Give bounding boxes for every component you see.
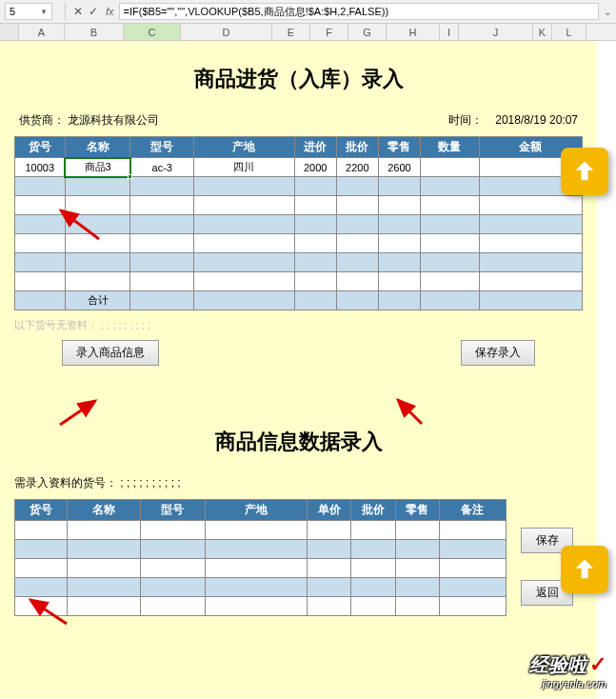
table-cell[interactable]: 2600	[378, 158, 420, 177]
table-cell[interactable]	[193, 234, 294, 253]
table-cell[interactable]	[193, 291, 294, 310]
table-row[interactable]	[15, 196, 583, 215]
table-cell[interactable]	[205, 597, 308, 616]
table-cell[interactable]	[351, 578, 395, 597]
fx-icon[interactable]: fx	[106, 6, 114, 17]
table-cell[interactable]	[294, 272, 336, 291]
table-cell[interactable]	[67, 559, 140, 578]
table-row[interactable]: 合计	[15, 291, 583, 310]
table-cell[interactable]	[420, 234, 479, 253]
cancel-icon[interactable]: ✕	[73, 5, 83, 18]
table-cell[interactable]	[15, 177, 66, 196]
table-cell[interactable]	[140, 540, 205, 559]
table-cell[interactable]	[479, 215, 582, 234]
table-cell[interactable]	[336, 215, 378, 234]
table-cell[interactable]	[378, 234, 420, 253]
table-cell[interactable]: 2200	[336, 158, 378, 177]
table-cell[interactable]	[205, 578, 308, 597]
table-cell[interactable]	[308, 578, 351, 597]
upload-button-1[interactable]	[561, 148, 608, 195]
table-cell[interactable]	[140, 578, 205, 597]
column-header[interactable]: K	[533, 24, 552, 40]
column-header[interactable]: G	[348, 24, 387, 40]
table-cell[interactable]	[420, 158, 479, 177]
table-row[interactable]	[15, 559, 507, 578]
table-cell[interactable]	[65, 253, 129, 272]
table-cell[interactable]	[193, 272, 294, 291]
table-cell[interactable]	[67, 540, 140, 559]
table-cell[interactable]	[336, 253, 378, 272]
table-cell[interactable]	[351, 521, 395, 540]
table-cell[interactable]	[439, 540, 506, 559]
table-cell[interactable]	[420, 177, 479, 196]
table-cell[interactable]	[351, 540, 395, 559]
table-cell[interactable]	[193, 215, 294, 234]
table-cell[interactable]	[479, 291, 582, 310]
table-row[interactable]	[15, 215, 583, 234]
upload-button-2[interactable]	[561, 546, 608, 593]
table-cell[interactable]	[308, 597, 351, 616]
table-cell[interactable]	[336, 196, 378, 215]
table-cell[interactable]	[479, 234, 582, 253]
table-row[interactable]	[15, 272, 583, 291]
table-cell[interactable]	[130, 177, 193, 196]
table-cell[interactable]	[130, 253, 193, 272]
table-cell[interactable]	[193, 196, 294, 215]
table-cell[interactable]	[395, 559, 439, 578]
table-cell[interactable]	[65, 215, 129, 234]
column-header[interactable]: J	[459, 24, 533, 40]
table-cell[interactable]	[351, 597, 395, 616]
select-all-corner[interactable]	[0, 24, 19, 40]
table-cell[interactable]	[378, 291, 420, 310]
table-cell[interactable]	[15, 578, 68, 597]
name-box-dropdown[interactable]: ▼	[40, 8, 48, 16]
table-cell[interactable]	[378, 272, 420, 291]
table-cell[interactable]	[15, 291, 66, 310]
table-cell[interactable]	[15, 559, 68, 578]
table-cell[interactable]	[420, 253, 479, 272]
table-cell[interactable]	[378, 215, 420, 234]
table-cell[interactable]	[395, 521, 439, 540]
table-cell[interactable]	[395, 578, 439, 597]
table-cell[interactable]	[15, 521, 68, 540]
table-cell[interactable]	[294, 215, 336, 234]
table-cell[interactable]	[15, 272, 66, 291]
table-cell[interactable]	[130, 234, 193, 253]
table-cell[interactable]	[308, 540, 351, 559]
table-cell[interactable]	[395, 540, 439, 559]
table-cell[interactable]	[193, 253, 294, 272]
table-row[interactable]	[15, 234, 583, 253]
column-header[interactable]: B	[65, 24, 124, 40]
table-cell[interactable]	[479, 272, 582, 291]
table-cell[interactable]	[294, 234, 336, 253]
table-row[interactable]	[15, 177, 583, 196]
table-cell[interactable]	[15, 597, 68, 616]
table-cell[interactable]	[130, 291, 193, 310]
table-cell[interactable]	[140, 521, 205, 540]
table-cell[interactable]	[140, 597, 205, 616]
table-cell[interactable]: ac-3	[130, 158, 193, 177]
table-cell[interactable]	[420, 291, 479, 310]
table-row[interactable]	[15, 521, 507, 540]
save-entry-button[interactable]: 保存录入	[461, 340, 535, 366]
table-cell[interactable]	[420, 215, 479, 234]
table-cell[interactable]	[336, 291, 378, 310]
worksheet-area[interactable]: 商品进货（入库）录入 供货商： 龙源科技有限公司 时间： 2018/8/19 2…	[0, 41, 597, 698]
table-cell[interactable]	[65, 196, 129, 215]
table-cell[interactable]	[205, 559, 308, 578]
table-cell[interactable]	[193, 177, 294, 196]
table-cell[interactable]	[15, 215, 66, 234]
table-row[interactable]	[15, 540, 507, 559]
table-cell[interactable]	[67, 521, 140, 540]
table-cell[interactable]: 10003	[15, 158, 66, 177]
table-cell[interactable]	[15, 196, 66, 215]
table-cell[interactable]	[395, 597, 439, 616]
table-cell[interactable]: 四川	[193, 158, 294, 177]
table-cell[interactable]	[15, 234, 66, 253]
table-cell[interactable]: 商品3	[65, 158, 129, 177]
table-row[interactable]	[15, 253, 583, 272]
table-row[interactable]	[15, 597, 507, 616]
confirm-icon[interactable]: ✓	[89, 5, 98, 18]
table-cell[interactable]	[130, 215, 193, 234]
table-cell[interactable]	[308, 521, 351, 540]
